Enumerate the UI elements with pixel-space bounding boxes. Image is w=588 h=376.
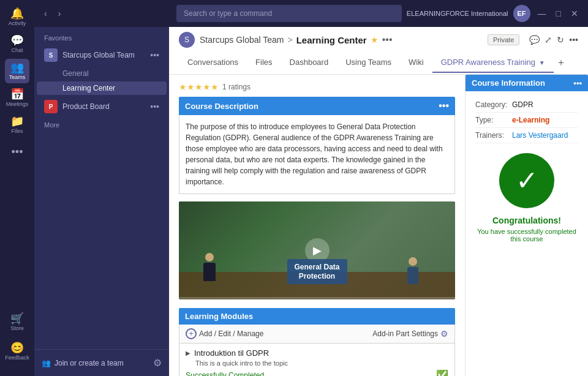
team-product-name: Product Board [62, 102, 110, 111]
module-item-intro: ▶ Introduktion til GDPR This is a quick … [179, 344, 455, 376]
topbar-right: ELEARNINGFORCE International EF — □ ✕ [407, 5, 581, 22]
tab-gdpr[interactable]: GDPR Awareness Training ▼ [432, 53, 554, 73]
congrats-container: ✓ Congratulations! You have successfully… [475, 153, 578, 252]
channel-path: Starcups Global Team > Learning Center ★… [200, 34, 393, 45]
team-product-more[interactable]: ••• [150, 102, 159, 111]
course-description-text: The purpose of this to introduce employe… [179, 115, 455, 194]
tab-files[interactable]: Files [247, 53, 281, 73]
channel-icon: S [179, 32, 195, 48]
tab-wiki[interactable]: Wiki [400, 53, 432, 73]
sidebar-item-activity[interactable]: 🔔 Activity [5, 5, 29, 29]
video-progress-bar[interactable] [179, 297, 455, 299]
module-intro-check-icon: ✅ [436, 369, 448, 376]
channel-tabs: Conversations Files Dashboard Using Team… [179, 51, 578, 74]
channel-title-row: S Starcups Global Team > Learning Center… [179, 32, 578, 48]
learning-modules-section: Learning Modules + Add / Edit / Manage A… [179, 308, 455, 376]
more-label[interactable]: More [34, 118, 169, 132]
add-tab-button[interactable]: ＋ [554, 51, 568, 74]
sidebar-item-store[interactable]: 🛒 Store [5, 310, 29, 334]
plus-icon: + [186, 328, 197, 339]
files-icon: 📁 [10, 116, 24, 127]
sidebar-item-files[interactable]: 📁 Files [5, 113, 29, 137]
team-starcups[interactable]: S Starcups Global Team ••• [37, 45, 167, 66]
refresh-icon-btn[interactable]: ↻ [557, 35, 564, 45]
course-info-table: Category: GDPR Type: e-Learning Trainers… [475, 97, 578, 143]
sidebar-item-teams[interactable]: 👥 Teams [5, 59, 29, 83]
info-category-row: Category: GDPR [475, 97, 578, 113]
settings-gear-icon: ⚙ [440, 329, 448, 339]
sidebar-item-chat[interactable]: 💬 Chat [5, 32, 29, 56]
team-product-board[interactable]: P Product Board ••• [37, 96, 167, 117]
course-description-header: Course Description ••• [179, 97, 455, 115]
minimize-button[interactable]: — [535, 6, 549, 21]
join-create-team-button[interactable]: 👥 Join or create a team [42, 359, 124, 367]
congrats-subtitle: You have successfully completed this cou… [475, 228, 578, 243]
channel-more-icon[interactable]: ••• [382, 34, 393, 45]
user-avatar[interactable]: EF [513, 5, 530, 22]
course-info-header: Course Information ••• [466, 75, 588, 91]
search-bar[interactable]: Search or type a command [176, 5, 402, 22]
rating-count: 1 ratings [222, 83, 251, 91]
tab-using-teams[interactable]: Using Teams [337, 53, 400, 73]
tab-dashboard[interactable]: Dashboard [281, 53, 337, 73]
sidebar-item-meetings[interactable]: 📅 Meetings [5, 86, 29, 110]
favorite-star-icon[interactable]: ★ [371, 35, 379, 45]
tab-dropdown-icon[interactable]: ▼ [539, 59, 545, 66]
expand-icon-btn[interactable]: ⤢ [545, 35, 552, 45]
close-button[interactable]: ✕ [568, 6, 581, 21]
nav-forward-button[interactable]: › [55, 6, 65, 21]
left-panel: ★★★★★ 1 ratings Course Description ••• T… [169, 75, 466, 376]
topbar: Search or type a command ELEARNINGFORCE … [169, 0, 588, 27]
description-more-icon[interactable]: ••• [439, 100, 449, 111]
gdpr-label: General DataProtection [287, 259, 347, 284]
info-type-row: Type: e-Learning [475, 113, 578, 128]
sidebar: 🔔 Activity 💬 Chat 👥 Teams 📅 Meetings 📁 F… [0, 0, 34, 376]
search-placeholder: Search or type a command [184, 9, 272, 18]
chat-icon: 💬 [10, 35, 24, 46]
channel-header: S Starcups Global Team > Learning Center… [169, 27, 588, 75]
right-panel: Course Information ••• Category: GDPR Ty… [466, 75, 588, 376]
module-intro-title-row: ▶ Introduktion til GDPR [186, 348, 448, 358]
teams-panel: ‹ › Favorites S Starcups Global Team •••… [34, 0, 169, 376]
sub-item-general[interactable]: General [37, 67, 167, 80]
info-more-icon[interactable]: ••• [573, 78, 582, 88]
activity-icon: 🔔 [10, 8, 24, 19]
info-trainers-row: Trainers: Lars Vestergaard [475, 128, 578, 143]
private-badge: Private [488, 34, 519, 45]
main-content: Search or type a command ELEARNINGFORCE … [169, 0, 588, 376]
store-icon: 🛒 [10, 313, 24, 324]
chevron-icon-intro: ▶ [186, 350, 190, 356]
video-container[interactable]: Welcome to GDPR - Data Protection online… [179, 201, 455, 299]
join-icon: 👥 [42, 359, 51, 367]
meetings-icon: 📅 [10, 89, 24, 100]
favorites-header: Favorites [34, 27, 169, 44]
sidebar-item-feedback[interactable]: 😊 Feedback [5, 339, 29, 364]
tab-conversations[interactable]: Conversations [179, 53, 247, 73]
add-edit-manage-button[interactable]: + Add / Edit / Manage [186, 328, 263, 339]
team-starcups-name: Starcups Global Team [62, 51, 135, 59]
chat-icon-btn[interactable]: 💬 [529, 35, 540, 45]
module-intro-title[interactable]: Introduktion til GDPR [194, 348, 269, 358]
teams-icon: 👥 [10, 62, 24, 73]
content-area: ★★★★★ 1 ratings Course Description ••• T… [169, 75, 588, 376]
team-name-breadcrumb: Starcups Global Team [200, 35, 284, 45]
sub-item-learning-center[interactable]: Learning Center [37, 81, 167, 95]
teams-topbar: ‹ › [34, 0, 169, 27]
type-value: e-Learning [512, 116, 549, 124]
module-intro-desc: This is a quick intro to the topic [195, 359, 448, 367]
modules-toolbar: + Add / Edit / Manage Add-in Part Settin… [179, 325, 455, 344]
sidebar-item-more[interactable]: ••• [5, 140, 29, 164]
add-in-settings-button[interactable]: Add-in Part Settings ⚙ [372, 329, 448, 339]
nav-back-button[interactable]: ‹ [40, 6, 51, 21]
team-starcups-more[interactable]: ••• [150, 50, 159, 60]
channel-name-title: Learning Center [296, 35, 367, 45]
panel-settings-icon[interactable]: ⚙ [153, 357, 162, 369]
module-intro-status: Successfully Completed [186, 371, 264, 377]
trainers-value[interactable]: Lars Vestergaard [512, 131, 568, 140]
feedback-icon: 😊 [10, 342, 24, 353]
rating-row: ★★★★★ 1 ratings [179, 82, 455, 92]
breadcrumb-separator: > [287, 35, 292, 45]
video-thumbnail[interactable]: General DataProtection ▶ [179, 201, 455, 299]
maximize-button[interactable]: □ [554, 6, 564, 21]
channel-more-btn[interactable]: ••• [569, 35, 578, 45]
